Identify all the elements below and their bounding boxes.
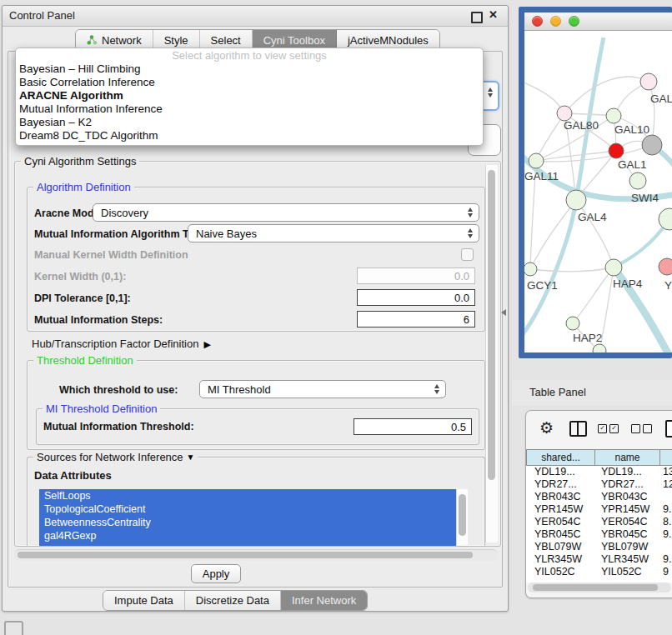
- threshold-definition-group: Threshold Definition Which threshold to …: [27, 360, 485, 450]
- dropdown-item[interactable]: Basic Correlation Inference: [16, 76, 483, 89]
- attribute-list-scrollbar[interactable]: [456, 489, 468, 546]
- sources-group-title[interactable]: Sources for Network Inference▼: [33, 451, 198, 463]
- network-window-titlebar: [524, 12, 672, 31]
- column-header-cut[interactable]: [659, 449, 672, 466]
- data-attributes-label: Data Attributes: [34, 469, 112, 482]
- scrollbar-thumb[interactable]: [459, 494, 466, 536]
- table-row[interactable]: YBL079WYBL079W: [526, 541, 672, 553]
- node-label-hap2: HAP2: [573, 332, 602, 344]
- close-window-button[interactable]: [532, 16, 543, 27]
- scrollbar-thumb[interactable]: [488, 170, 495, 480]
- attribute-item[interactable]: gal4RGexp: [39, 529, 468, 542]
- data-attributes-list[interactable]: SelfLoops TopologicalCoefficient Between…: [39, 489, 468, 546]
- network-node-swi4[interactable]: [629, 172, 646, 189]
- scrollbar-thumb[interactable]: [533, 584, 658, 591]
- network-node-gal-cut[interactable]: [640, 73, 657, 90]
- cyni-bottom-tabs: Impute Data Discretize Data Infer Networ…: [103, 590, 368, 611]
- table-row[interactable]: YIL052CYIL052C9: [526, 566, 672, 578]
- close-icon[interactable]: ✕: [489, 8, 498, 21]
- panel-title: Control Panel: [9, 9, 75, 22]
- deselect-all-icon[interactable]: [631, 424, 652, 433]
- dropdown-item-selected[interactable]: ARACNE Algorithm: [16, 89, 483, 102]
- tab-impute-data-label: Impute Data: [114, 594, 173, 607]
- column-header-name[interactable]: name: [594, 449, 659, 466]
- table-row[interactable]: YBR043CYBR043C: [526, 491, 672, 503]
- network-node-gal10[interactable]: [606, 108, 621, 123]
- which-threshold-label: Which threshold to use:: [59, 384, 178, 396]
- gear-icon[interactable]: ⚙: [539, 418, 554, 438]
- new-column-icon[interactable]: [665, 420, 672, 438]
- manual-kernel-width-checkbox[interactable]: [461, 248, 474, 261]
- table-row[interactable]: YLR345WYLR345W9.: [526, 553, 672, 566]
- network-canvas[interactable]: GALGAL80GAL10GAL1GAL11SWI4GAL4GCY1HAP4YH…: [524, 31, 672, 352]
- table-row[interactable]: YBR045CYBR045C9.: [526, 528, 672, 541]
- table-cell: YBL079W: [526, 541, 594, 553]
- table-row[interactable]: YDL19...YDL19...13: [526, 466, 672, 478]
- expand-right-icon: ▶: [203, 339, 210, 350]
- network-node-gal1[interactable]: [609, 143, 624, 158]
- table-cell: YBR045C: [594, 528, 659, 541]
- tab-discretize-data[interactable]: Discretize Data: [185, 591, 281, 610]
- network-node-gal4[interactable]: [566, 190, 586, 210]
- panel-splitter-handle[interactable]: [501, 309, 506, 316]
- node-label-gal10: GAL10: [614, 123, 649, 136]
- table-horizontal-scrollbar[interactable]: [528, 582, 671, 592]
- table-row[interactable]: YDR27...YDR27...12: [526, 478, 672, 491]
- network-node-hap2[interactable]: [566, 317, 579, 330]
- minimize-window-button[interactable]: [550, 16, 561, 27]
- scrollbar-thumb[interactable]: [18, 552, 473, 558]
- sources-group: Sources for Network Inference▼ Data Attr…: [27, 457, 485, 546]
- network-node-gcy1[interactable]: [524, 262, 537, 276]
- node-label-gal11: GAL11: [524, 170, 559, 182]
- table-row[interactable]: YPR145WYPR145W9.: [526, 503, 672, 516]
- spinner-up-icon: [488, 88, 493, 92]
- network-node-salmon-cut[interactable]: [659, 258, 672, 275]
- network-node-right-green[interactable]: [659, 208, 672, 230]
- kernel-width-label: Kernel Width (0,1):: [34, 271, 126, 282]
- hub-definition-label: Hub/Transcription Factor Definition: [32, 338, 198, 350]
- algorithm-dropdown-list: Select algorithm to view settings Bayesi…: [15, 48, 484, 146]
- table-cell: YPR145W: [526, 503, 594, 516]
- aracne-mode-combobox[interactable]: Discovery: [93, 203, 479, 222]
- select-all-icon[interactable]: ✓✓: [598, 424, 619, 433]
- table-cell: YDR27...: [526, 478, 594, 491]
- which-threshold-combobox[interactable]: MI Threshold: [199, 380, 446, 398]
- network-node-gray-node[interactable]: [642, 135, 662, 155]
- node-label-gal-cut: GAL: [650, 92, 672, 105]
- attribute-item[interactable]: BetweennessCentrality: [39, 516, 468, 529]
- split-view-icon[interactable]: [569, 421, 587, 437]
- hub-definition-toggle[interactable]: Hub/Transcription Factor Definition▶: [32, 338, 211, 350]
- zoom-window-button[interactable]: [569, 16, 579, 27]
- column-header-shared[interactable]: shared...: [526, 449, 594, 466]
- tab-impute-data[interactable]: Impute Data: [103, 591, 185, 610]
- kernel-width-field[interactable]: 0.0: [357, 268, 475, 284]
- attribute-item[interactable]: SelfLoops: [39, 489, 468, 502]
- table-row[interactable]: YER054CYER054C8.: [526, 516, 672, 528]
- table-toolbar: ⚙ ✓✓: [526, 411, 672, 449]
- float-window-icon[interactable]: [471, 12, 483, 23]
- network-node-bottom-small[interactable]: [593, 344, 606, 352]
- floating-mini-button[interactable]: [4, 621, 23, 635]
- tab-select-label: Select: [211, 34, 241, 47]
- node-label-gcy1: GCY1: [527, 279, 558, 292]
- settings-horizontal-scrollbar[interactable]: [14, 549, 498, 561]
- attribute-item[interactable]: TopologicalCoefficient: [39, 502, 468, 516]
- settings-vertical-scrollbar[interactable]: [485, 165, 498, 542]
- spinner-down-icon: [488, 93, 493, 98]
- mi-steps-field[interactable]: 6: [357, 311, 475, 328]
- network-node-gal11[interactable]: [529, 153, 544, 168]
- mi-threshold-field[interactable]: 0.5: [354, 418, 472, 435]
- algorithm-definition-group: Algorithm Definition Aracne Mode: Discov…: [27, 187, 485, 332]
- dpi-tolerance-field[interactable]: 0.0: [357, 289, 475, 306]
- dropdown-item[interactable]: Bayesian – K2: [16, 116, 483, 129]
- apply-button[interactable]: Apply: [191, 564, 241, 583]
- dropdown-item[interactable]: Bayesian – Hill Climbing: [16, 62, 483, 76]
- threshold-definition-title: Threshold Definition: [33, 354, 137, 367]
- control-panel-titlebar: Control Panel ✕: [3, 6, 508, 27]
- mi-algorithm-type-combobox[interactable]: Naive Bayes: [188, 224, 479, 242]
- dropdown-item[interactable]: Mutual Information Inference: [16, 102, 483, 116]
- tab-infer-network[interactable]: Infer Network: [281, 591, 367, 610]
- spinner-down-icon: [434, 390, 439, 394]
- network-node-hap4[interactable]: [605, 259, 622, 276]
- dropdown-item[interactable]: Dream8 DC_TDC Algorithm: [16, 129, 483, 142]
